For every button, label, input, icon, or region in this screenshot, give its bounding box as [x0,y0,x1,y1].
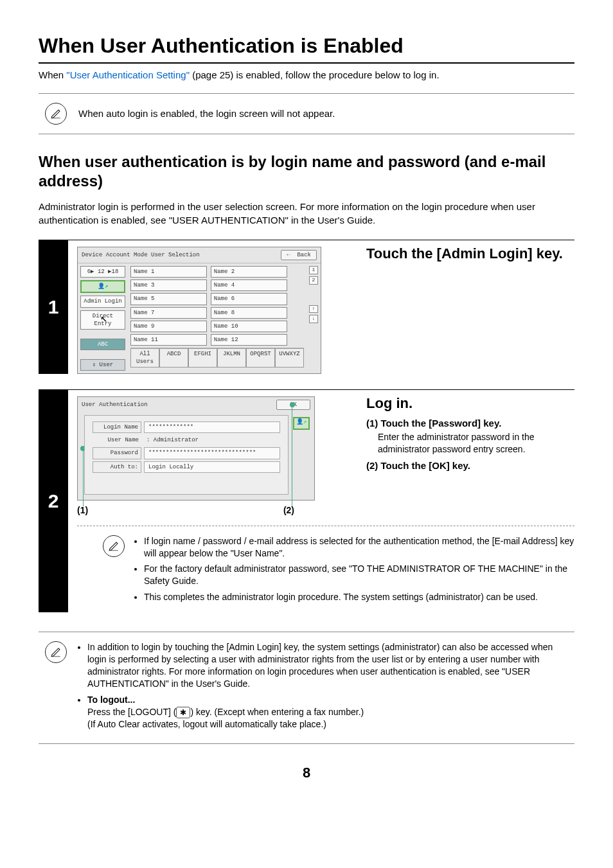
user-tab[interactable]: ⇕ User [80,359,125,371]
tab[interactable]: JKLMN [217,348,246,368]
user-cell[interactable]: Name 7 [130,307,207,319]
page-btn[interactable]: 2 [309,276,318,285]
device-screen-1: Device Account Mode User Selection ← Bac… [77,247,321,374]
final-callout: In addition to login by touching the [Ad… [39,632,574,744]
callout-line [83,448,84,506]
callout-2: (2) [283,504,294,517]
section-description: Administrator login is performed in the … [39,200,574,227]
user-icon-button[interactable]: 👤↗ [293,417,310,430]
logout-line1-post: ) key. (Except when entering a fax numbe… [190,707,364,717]
page-number: 8 [39,763,574,783]
tab[interactable]: OPQRST [246,348,275,368]
user-name-value: : Administrator [144,435,280,445]
password-label[interactable]: Password [93,447,141,459]
logout-keycap: ✱ [176,707,190,718]
direct-entry-button[interactable]: Direct Entry ↖ [80,310,125,330]
note-item: For the factory default administrator pa… [144,563,574,587]
user-cell[interactable]: Name 3 [130,279,207,291]
back-button[interactable]: ← Back [281,250,317,260]
screen2-title: User Authentication [82,401,148,409]
tab[interactable]: ABCD [159,348,188,368]
screen1-title: Device Account Mode User Selection [82,251,200,259]
tab[interactable]: UVWXYZ [275,348,304,368]
section-heading: When user authentication is by login nam… [39,152,574,191]
note-item: This completes the administrator login p… [144,591,574,603]
page-indicator: 6▶ 12 ▶18 [80,266,125,278]
intro-paragraph: When "User Authentication Setting" (page… [39,69,574,82]
logout-line1-pre: Press the [LOGOUT] ( [87,707,176,717]
admin-login-button[interactable]: Admin Login [80,296,125,307]
user-name-label: User Name [93,435,141,445]
tab[interactable]: All Users [130,348,159,368]
final-logout: To logout... Press the [LOGOUT] (✱) key.… [87,694,568,731]
login-name-value[interactable]: ************* [144,421,280,433]
step-2: 2 User Authentication OK 👤↗ [39,389,574,612]
device-screen-2: User Authentication OK 👤↗ Login Name ***… [77,396,315,500]
callout-line [292,405,292,506]
callout-marker-2 [290,402,295,407]
step2-notes: If login name / password / e-mail addres… [77,533,574,612]
step1-title: Touch the [Admin Login] key. [366,244,574,263]
note-item: If login name / password / e-mail addres… [144,535,574,560]
user-cell[interactable]: Name 11 [130,334,207,346]
user-cell[interactable]: Name 9 [130,321,207,332]
abc-tab[interactable]: ABC [80,339,125,350]
user-cell[interactable]: Name 1 [130,266,207,278]
intro-post: (page 25) is enabled, follow the procedu… [190,69,440,80]
user-icon-box[interactable]: 👤↗ [80,280,125,293]
step2-title: Log in. [366,394,574,413]
logout-heading: To logout... [87,695,135,705]
final-bullet: In addition to login by touching the [Ad… [87,641,568,690]
tab[interactable]: EFGHI [188,348,217,368]
substep-2-h: (2) Touch the [OK] key. [366,459,574,472]
page-title: When User Authentication is Enabled [39,32,574,64]
scroll-up-button[interactable]: ↑ [309,305,318,314]
password-value[interactable]: ******************************* [144,447,280,459]
user-cell[interactable]: Name 10 [211,321,287,332]
step-number: 1 [39,240,68,374]
note-text: When auto login is enabled, the login sc… [78,107,335,120]
user-cell[interactable]: Name 12 [211,334,287,346]
alphabet-tabs: All Users ABCD EFGHI JKLMN OPQRST UVWXYZ [130,348,304,368]
substep-1-h: (1) Touch the [Password] key. [366,417,574,430]
user-cell[interactable]: Name 4 [211,279,287,291]
intro-pre: When [39,69,66,80]
intro-link[interactable]: "User Authentication Setting" [66,69,190,80]
authto-value[interactable]: Login Locally [144,461,280,473]
pencil-icon [45,641,67,663]
authto-label: Auth to: [93,461,141,473]
logout-line2: (If Auto Clear activates, logout will au… [87,719,326,729]
user-cell[interactable]: Name 8 [211,307,287,319]
page-btn[interactable]: 1 [309,266,318,274]
step-1: 1 Device Account Mode User Selection ← B… [39,240,574,374]
substep-1-p: Enter the administrator password in the … [378,431,574,456]
login-name-label: Login Name [93,421,141,433]
user-cell[interactable]: Name 6 [211,293,287,305]
user-grid: Name 1Name 2 Name 3Name 4 Name 5Name 6 N… [128,263,306,373]
divider [77,526,574,526]
note-callout: When auto login is enabled, the login sc… [39,93,574,134]
user-cell[interactable]: Name 5 [130,293,207,305]
step-number: 2 [39,390,68,612]
cursor-icon: ↖ [100,311,107,326]
pencil-icon [45,103,67,125]
scroll-down-button[interactable]: ↓ [309,315,318,323]
pencil-icon [103,535,125,557]
user-cell[interactable]: Name 2 [211,266,287,278]
